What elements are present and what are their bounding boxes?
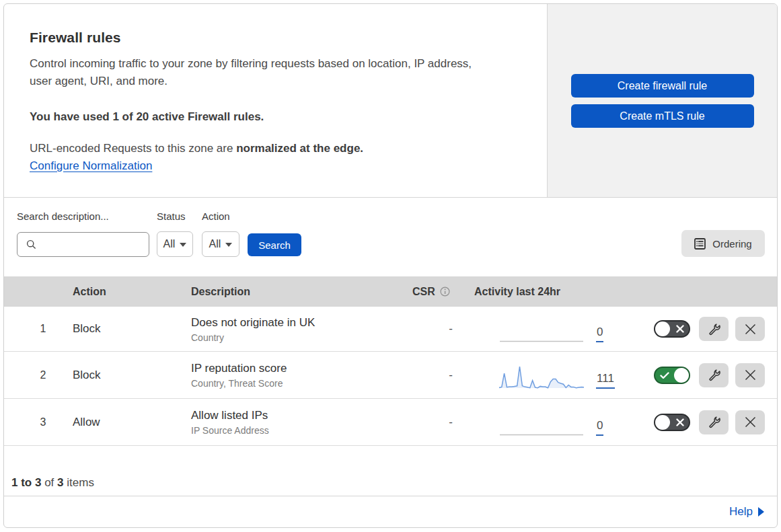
status-select-value: All xyxy=(163,238,176,250)
wrench-icon xyxy=(708,369,720,381)
edit-rule-button[interactable] xyxy=(699,317,729,341)
page-description: Control incoming traffic to your zone by… xyxy=(30,55,487,90)
column-description: Description xyxy=(191,276,412,307)
table-header: Action Description CSR Activity last 24h… xyxy=(4,276,777,307)
rule-description-cell: IP reputation score Country, Threat Scor… xyxy=(191,352,412,398)
rule-csr: - xyxy=(412,307,474,351)
items-label: items xyxy=(67,476,94,489)
activity-sparkline-empty xyxy=(499,314,584,344)
activity-sparkline-empty xyxy=(499,408,584,437)
rule-controls xyxy=(654,399,777,445)
rule-description: Allow listed IPs xyxy=(191,407,268,424)
help-link[interactable]: Help xyxy=(729,505,764,519)
header-text-block: Firewall rules Control incoming traffic … xyxy=(4,4,547,197)
close-icon xyxy=(745,369,756,381)
activity-count-link[interactable]: 111 xyxy=(596,372,615,389)
ordering-button[interactable]: Ordering xyxy=(681,230,765,257)
toggle-x-icon xyxy=(676,325,684,333)
activity-sparkline xyxy=(499,360,584,390)
column-index xyxy=(4,276,73,307)
activity-count-link[interactable]: 0 xyxy=(596,419,603,436)
rule-csr: - xyxy=(412,399,474,445)
normalization-text: URL-encoded Requests to this zone are xyxy=(30,142,233,155)
search-field[interactable] xyxy=(17,232,149,257)
delete-rule-button[interactable] xyxy=(735,317,765,341)
normalization-note: URL-encoded Requests to this zone are no… xyxy=(30,140,520,175)
chevron-down-icon xyxy=(225,243,232,247)
firewall-rules-card: Firewall rules Control incoming traffic … xyxy=(3,3,778,528)
create-firewall-rule-button[interactable]: Create firewall rule xyxy=(571,74,754,98)
usage-summary: You have used 1 of 20 active Firewall ru… xyxy=(30,108,520,126)
rule-enabled-toggle[interactable] xyxy=(654,414,690,431)
arrow-right-icon xyxy=(758,507,764,517)
close-icon xyxy=(745,416,756,428)
table-row: 2 Block IP reputation score Country, Thr… xyxy=(4,352,777,399)
edit-rule-button[interactable] xyxy=(699,410,729,434)
toggle-check-icon xyxy=(660,372,669,379)
status-select[interactable]: All xyxy=(157,231,193,257)
items-of: of xyxy=(44,476,54,489)
wrench-icon xyxy=(708,323,720,336)
rule-description: IP reputation score xyxy=(191,360,287,377)
column-action: Action xyxy=(73,276,191,307)
rule-priority: 2 xyxy=(4,352,73,398)
rule-activity-cell: 0 xyxy=(474,399,654,445)
search-label: Search description... xyxy=(17,211,109,222)
column-activity: Activity last 24hr xyxy=(474,276,654,307)
items-total: 3 xyxy=(57,476,63,489)
rule-fields: Country xyxy=(191,331,224,344)
pagination-summary: 1 to 3 of 3 items xyxy=(4,446,777,496)
rule-priority: 1 xyxy=(4,307,73,351)
filter-toolbar: Search description... Status Action All … xyxy=(4,198,777,276)
edit-rule-button[interactable] xyxy=(699,363,729,387)
rule-fields: Country, Threat Score xyxy=(191,377,283,390)
ordering-button-label: Ordering xyxy=(712,238,751,250)
toggle-knob xyxy=(655,321,670,336)
wrench-icon xyxy=(708,416,720,428)
search-button[interactable]: Search xyxy=(248,233,301,256)
delete-rule-button[interactable] xyxy=(735,410,765,434)
action-select-value: All xyxy=(209,238,221,250)
column-controls xyxy=(654,276,777,307)
table-row: 1 Block Does not originate in UK Country… xyxy=(4,307,777,352)
info-icon[interactable] xyxy=(440,287,450,297)
toggle-knob xyxy=(674,368,689,383)
chevron-down-icon xyxy=(180,243,186,247)
rule-action: Block xyxy=(73,307,191,351)
rule-action: Block xyxy=(73,352,191,398)
ordered-list-icon xyxy=(694,238,706,250)
rule-fields: IP Source Address xyxy=(191,424,269,437)
rule-action: Allow xyxy=(73,399,191,445)
action-select[interactable]: All xyxy=(202,231,239,257)
actions-panel: Create firewall rule Create mTLS rule xyxy=(547,4,777,197)
header-section: Firewall rules Control incoming traffic … xyxy=(4,4,777,198)
status-label: Status xyxy=(157,211,186,222)
normalization-bold: normalized at the edge. xyxy=(236,142,363,155)
toggle-x-icon xyxy=(676,418,684,426)
rule-enabled-toggle[interactable] xyxy=(654,320,690,338)
rule-controls xyxy=(654,307,777,351)
rule-enabled-toggle[interactable] xyxy=(654,367,690,384)
toggle-knob xyxy=(655,415,670,430)
rule-activity-cell: 0 xyxy=(474,307,654,351)
search-icon xyxy=(26,239,36,250)
items-range: 1 to 3 xyxy=(11,476,41,489)
create-mtls-rule-button[interactable]: Create mTLS rule xyxy=(571,104,754,128)
column-csr: CSR xyxy=(412,276,474,307)
delete-rule-button[interactable] xyxy=(735,363,765,387)
close-icon xyxy=(745,324,756,335)
rule-priority: 3 xyxy=(4,399,73,445)
rule-controls xyxy=(654,352,777,398)
rule-description-cell: Allow listed IPs IP Source Address xyxy=(191,399,412,445)
table-row: 3 Allow Allow listed IPs IP Source Addre… xyxy=(4,399,777,446)
search-input[interactable] xyxy=(42,233,176,256)
rule-activity-cell: 111 xyxy=(474,352,654,398)
activity-count-link[interactable]: 0 xyxy=(596,326,603,342)
page-title: Firewall rules xyxy=(30,30,520,46)
rule-csr: - xyxy=(412,352,474,398)
action-label: Action xyxy=(202,211,230,222)
help-link-label: Help xyxy=(729,505,753,519)
rule-description: Does not originate in UK xyxy=(191,314,315,331)
rule-description-cell: Does not originate in UK Country xyxy=(191,307,412,351)
configure-normalization-link[interactable]: Configure Normalization xyxy=(30,159,152,172)
